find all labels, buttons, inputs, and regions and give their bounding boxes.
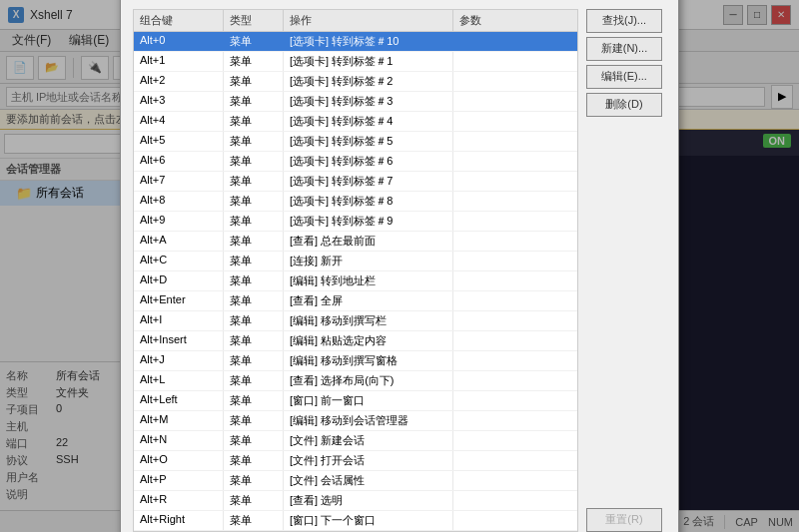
- cell-key: Alt+P: [134, 471, 224, 490]
- cell-param: [453, 511, 577, 530]
- cell-key: Alt+Enter: [134, 291, 224, 310]
- keybind-dialog: 自定义按键对应 ? ✕ 当前键设置： 组合键 类型: [120, 0, 679, 532]
- cell-action: [编辑] 转到地址栏: [284, 271, 453, 290]
- table-row[interactable]: Alt+Right 菜单 [窗口] 下一个窗口: [134, 511, 577, 531]
- cell-action: [选项卡] 转到标签＃1: [284, 52, 453, 71]
- table-row[interactable]: Alt+M 菜单 [编辑] 移动到会话管理器: [134, 411, 577, 431]
- table-row[interactable]: Alt+9 菜单 [选项卡] 转到标签＃9: [134, 212, 577, 232]
- delete-bind-button[interactable]: 删除(D): [586, 93, 662, 117]
- cell-action: [选项卡] 转到标签＃4: [284, 112, 453, 131]
- dialog-overlay: 自定义按键对应 ? ✕ 当前键设置： 组合键 类型: [0, 0, 799, 532]
- cell-action: [编辑] 移动到撰写栏: [284, 311, 453, 330]
- table-row[interactable]: Alt+6 菜单 [选项卡] 转到标签＃6: [134, 152, 577, 172]
- cell-action: [查看] 选明: [284, 491, 453, 510]
- find-button[interactable]: 查找(J)...: [586, 9, 662, 33]
- cell-param: [453, 271, 577, 290]
- cell-action: [选项卡] 转到标签＃7: [284, 172, 453, 191]
- cell-type: 菜单: [224, 172, 284, 191]
- cell-param: [453, 371, 577, 390]
- table-row[interactable]: Alt+D 菜单 [编辑] 转到地址栏: [134, 271, 577, 291]
- table-row[interactable]: Alt+Insert 菜单 [编辑] 粘贴选定内容: [134, 331, 577, 351]
- cell-param: [453, 232, 577, 251]
- cell-action: [文件] 新建会话: [284, 431, 453, 450]
- cell-action: [选项卡] 转到标签＃3: [284, 92, 453, 111]
- cell-key: Alt+Insert: [134, 331, 224, 350]
- cell-key: Alt+R: [134, 491, 224, 510]
- col-header-type: 类型: [224, 10, 284, 31]
- cell-action: [编辑] 移动到撰写窗格: [284, 351, 453, 370]
- table-row[interactable]: Alt+N 菜单 [文件] 新建会话: [134, 431, 577, 451]
- cell-action: [连接] 新开: [284, 252, 453, 270]
- table-row[interactable]: Alt+A 菜单 [查看] 总在最前面: [134, 232, 577, 252]
- table-row[interactable]: Alt+3 菜单 [选项卡] 转到标签＃3: [134, 92, 577, 112]
- table-row[interactable]: Alt+0 菜单 [选项卡] 转到标签＃10: [134, 32, 577, 52]
- cell-param: [453, 212, 577, 231]
- table-row[interactable]: Alt+8 菜单 [选项卡] 转到标签＃8: [134, 192, 577, 212]
- cell-key: Alt+3: [134, 92, 224, 111]
- table-row[interactable]: Alt+I 菜单 [编辑] 移动到撰写栏: [134, 311, 577, 331]
- table-row[interactable]: Alt+4 菜单 [选项卡] 转到标签＃4: [134, 112, 577, 132]
- cell-type: 菜单: [224, 471, 284, 490]
- table-row[interactable]: Alt+Left 菜单 [窗口] 前一窗口: [134, 391, 577, 411]
- cell-type: 菜单: [224, 212, 284, 231]
- table-body[interactable]: Alt+0 菜单 [选项卡] 转到标签＃10 Alt+1 菜单 [选项卡] 转到…: [134, 32, 577, 531]
- cell-key: Alt+0: [134, 32, 224, 51]
- cell-param: [453, 112, 577, 131]
- cell-param: [453, 451, 577, 470]
- table-header: 组合键 类型 操作 参数: [134, 10, 577, 32]
- table-row[interactable]: Alt+R 菜单 [查看] 选明: [134, 491, 577, 511]
- cell-type: 菜单: [224, 511, 284, 530]
- cell-action: [选项卡] 转到标签＃10: [284, 32, 453, 51]
- table-row[interactable]: Alt+5 菜单 [选项卡] 转到标签＃5: [134, 132, 577, 152]
- cell-param: [453, 491, 577, 510]
- table-row[interactable]: Alt+2 菜单 [选项卡] 转到标签＃2: [134, 72, 577, 92]
- cell-key: Alt+2: [134, 72, 224, 91]
- cell-action: [编辑] 粘贴选定内容: [284, 331, 453, 350]
- table-row[interactable]: Alt+L 菜单 [查看] 选择布局(向下): [134, 371, 577, 391]
- cell-key: Alt+Right: [134, 511, 224, 530]
- cell-type: 菜单: [224, 192, 284, 211]
- cell-action: [选项卡] 转到标签＃9: [284, 212, 453, 231]
- cell-type: 菜单: [224, 52, 284, 71]
- cell-type: 菜单: [224, 451, 284, 470]
- table-row[interactable]: Alt+1 菜单 [选项卡] 转到标签＃1: [134, 52, 577, 72]
- cell-param: [453, 72, 577, 91]
- edit-bind-button[interactable]: 编辑(E)...: [586, 65, 662, 89]
- cell-key: Alt+I: [134, 311, 224, 330]
- cell-key: Alt+4: [134, 112, 224, 131]
- cell-type: 菜单: [224, 391, 284, 410]
- table-row[interactable]: Alt+7 菜单 [选项卡] 转到标签＃7: [134, 172, 577, 192]
- reset-button[interactable]: 重置(R): [586, 508, 662, 532]
- table-row[interactable]: Alt+C 菜单 [连接] 新开: [134, 252, 577, 271]
- table-row[interactable]: Alt+Enter 菜单 [查看] 全屏: [134, 291, 577, 311]
- cell-param: [453, 391, 577, 410]
- cell-type: 菜单: [224, 291, 284, 310]
- keybind-table: 组合键 类型 操作 参数 Alt+0 菜单 [选项卡] 转到标签＃10 Alt+…: [133, 9, 578, 532]
- cell-key: Alt+6: [134, 152, 224, 171]
- cell-param: [453, 92, 577, 111]
- table-row[interactable]: Alt+O 菜单 [文件] 打开会话: [134, 451, 577, 471]
- new-bind-button[interactable]: 新建(N)...: [586, 37, 662, 61]
- cell-param: [453, 291, 577, 310]
- dialog-table-area: 组合键 类型 操作 参数 Alt+0 菜单 [选项卡] 转到标签＃10 Alt+…: [133, 9, 578, 532]
- table-row[interactable]: Alt+J 菜单 [编辑] 移动到撰写窗格: [134, 351, 577, 371]
- cell-param: [453, 152, 577, 171]
- app-window: X Xshell 7 ─ □ ✕ 文件(F) 编辑(E) 查看(V) 工具(T)…: [0, 0, 799, 532]
- cell-type: 菜单: [224, 431, 284, 450]
- cell-param: [453, 431, 577, 450]
- cell-param: [453, 311, 577, 330]
- cell-type: 菜单: [224, 252, 284, 270]
- table-row[interactable]: Alt+P 菜单 [文件] 会话属性: [134, 471, 577, 491]
- cell-action: [查看] 总在最前面: [284, 232, 453, 251]
- cell-param: [453, 132, 577, 151]
- cell-key: Alt+Left: [134, 391, 224, 410]
- cell-type: 菜单: [224, 411, 284, 430]
- cell-type: 菜单: [224, 132, 284, 151]
- cell-key: Alt+O: [134, 451, 224, 470]
- cell-key: Alt+8: [134, 192, 224, 211]
- cell-param: [453, 411, 577, 430]
- cell-action: [文件] 会话属性: [284, 471, 453, 490]
- cell-key: Alt+J: [134, 351, 224, 370]
- cell-type: 菜单: [224, 92, 284, 111]
- cell-type: 菜单: [224, 32, 284, 51]
